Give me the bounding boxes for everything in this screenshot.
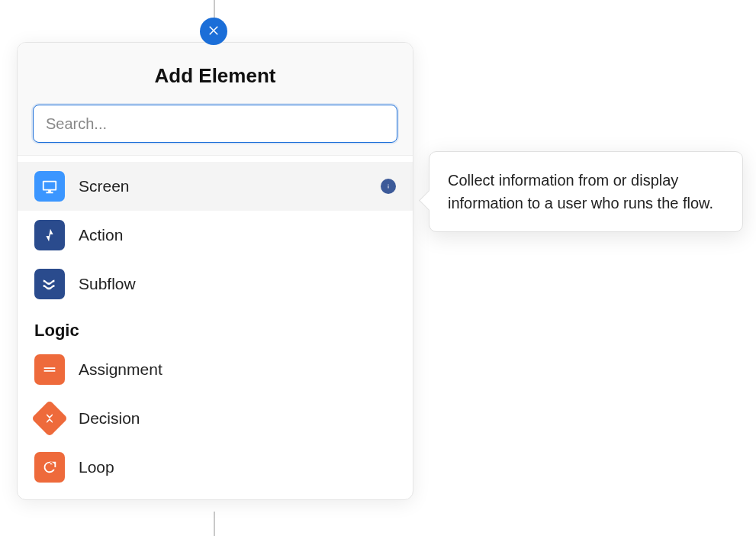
- loop-icon: [34, 452, 65, 483]
- section-header-logic: Logic: [18, 308, 413, 345]
- info-icon[interactable]: [381, 179, 396, 194]
- subflow-icon: [34, 269, 65, 299]
- element-label: Assignment: [79, 360, 162, 379]
- action-icon: [34, 220, 65, 250]
- add-element-panel: Add Element Screen Action: [17, 42, 413, 500]
- element-item-screen[interactable]: Screen: [18, 162, 413, 211]
- search-input[interactable]: [33, 105, 397, 143]
- element-item-loop[interactable]: Loop: [18, 443, 413, 492]
- element-label: Loop: [79, 458, 114, 476]
- element-label: Screen: [79, 177, 130, 195]
- element-tooltip: Collect information from or display info…: [429, 151, 743, 232]
- element-item-subflow[interactable]: Subflow: [18, 260, 413, 308]
- panel-body: Screen Action Subflow Logic Assignmen: [18, 156, 413, 499]
- tooltip-text: Collect information from or display info…: [448, 172, 713, 211]
- assignment-icon: [34, 354, 65, 385]
- decision-icon: [34, 403, 65, 434]
- element-item-decision[interactable]: Decision: [18, 394, 413, 443]
- close-icon: [207, 23, 220, 40]
- panel-header: Add Element: [18, 43, 413, 156]
- close-button[interactable]: [200, 18, 227, 45]
- flow-connector-line: [214, 512, 215, 536]
- element-label: Subflow: [79, 275, 136, 293]
- element-item-action[interactable]: Action: [18, 211, 413, 260]
- element-label: Action: [79, 226, 123, 244]
- search-wrapper: [33, 105, 397, 143]
- panel-title: Add Element: [33, 64, 397, 88]
- screen-icon: [34, 171, 65, 202]
- element-item-assignment[interactable]: Assignment: [18, 345, 413, 394]
- element-label: Decision: [79, 409, 140, 428]
